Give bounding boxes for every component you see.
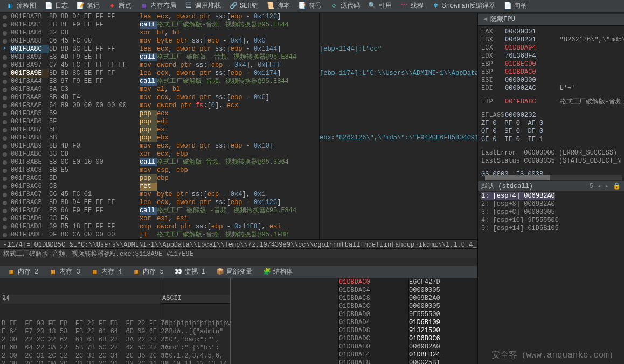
menu-src[interactable]: ◇源代码 [326,2,364,10]
stack-addr-column[interactable]: 01DBDAC001DBDAC401DBDAC801DBDACC01DBDAD0… [338,278,408,364]
gutter[interactable] [0,231,10,239]
menu-snow[interactable]: ❄Snowman反编译器 [428,2,500,10]
disasm-row[interactable]: 001F8A9E8D 8D 8C EE FF FFleaecx, dword p… [0,69,319,78]
reg-ecx[interactable]: ECX01DBDA94 [481,44,621,52]
disasm-row[interactable]: 001F8AC55Dpopebp [0,174,319,183]
gutter[interactable] [0,183,10,191]
menu-ref[interactable]: 🔍引用 [364,2,396,10]
reg-ebp[interactable]: EBP01DBECD0 [481,60,621,68]
gutter[interactable] [0,215,10,223]
stack-row[interactable]: 01DBDACC [339,303,408,311]
hex-row[interactable]: B 6D 64 22 3A 22 5B 7B 5C 22 62 5C 22 3A [2,344,161,352]
disasm-row[interactable]: 001F8AAB8B 4D F4movecx, dword ptr ss:[eb… [0,94,319,102]
stack-row[interactable]: 01DBDAD8 [339,327,408,335]
ascii-row[interactable]: ,8,10,11,12,13,14 [161,360,230,364]
stack-row-val[interactable]: 01D6B109 [409,319,477,327]
stack-row-val[interactable]: 00000005 [409,303,477,311]
gutter[interactable] [0,86,10,94]
disasm-row[interactable]: 001F8AD633 F6xoresi, esi [0,215,319,223]
gutter[interactable] [0,69,10,78]
stack-row[interactable]: 01DBDAC8 [339,295,408,303]
gutter[interactable] [0,118,10,126]
gutter[interactable] [0,53,10,61]
disasm-row[interactable]: ➤001F8A8C8D 8D BC EE FF FFleaecx, dword … [0,45,319,53]
disasm-row[interactable]: 001F8ABEE8 0C E0 10 00call格式工厂破解版-音频、视频转… [0,158,319,166]
gutter[interactable] [0,94,10,102]
disasm-row[interactable]: 001F8A88C6 45 FC 00movbyte ptr ss:[ebp -… [0,37,319,45]
call-arg[interactable]: 3: [esp+C] 00000005 [481,208,621,216]
stack-row[interactable]: 01DBDAD4 [339,319,408,327]
disasm-row[interactable]: 001F8A92E8 AD F9 EE FFcall格式工厂 破解版 -音频、视… [0,53,319,61]
stack-row-val[interactable]: 9F555500 [409,311,477,319]
tab-struct[interactable]: 🧩结构体 [258,268,298,276]
horizontal-scrollbar[interactable] [485,175,622,180]
disasm-row[interactable]: 001F8A7B8D 8D D4 EE FF FFleaecx, dword p… [0,13,319,21]
ascii-row[interactable]: \"0,1,2,3,4,5,6, [161,352,230,360]
call-arg[interactable]: 4: [esp+10] 9F555500 [481,216,621,225]
tab-m2[interactable]: ▦内存 3 [44,268,85,276]
hex-bytes-column[interactable]: 制 B EE FE 00 FE EB FE 22 FE EB FE 22 FE … [2,278,161,364]
menu-sym[interactable]: 📑符号 [294,2,326,10]
reg-edi[interactable]: EDI000002AC L'¬' [481,85,621,93]
stack-row[interactable]: 01DBDAD0 [339,311,408,319]
gutter[interactable] [0,150,10,158]
disasm-row[interactable]: 001F8AD1E8 6A F9 EE FFcall格式工厂 破解版 -音频、视… [0,207,319,215]
tab-m4[interactable]: ▦内存 5 [127,268,169,276]
disasm-row[interactable]: 001F8ACB8D 8D D4 EE FF FFleaecx, dword p… [0,199,319,207]
stack-row-val[interactable]: 000025B1 [409,359,477,364]
menu-thread[interactable]: 〰线程 [396,2,428,10]
disassembly-pane[interactable]: 001F8A7B8D 8D D4 EE FF FFleaecx, dword p… [0,13,320,239]
reg-edx[interactable]: EDX76E368F4 [481,52,621,60]
gutter[interactable] [0,134,10,142]
menu-hand[interactable]: 📄句柄 [500,2,531,10]
menu-mem[interactable]: ▦内存布局 [136,2,181,10]
ascii-row[interactable]: :"0","back":"", [161,336,230,344]
eflags[interactable]: EFLAGS00000202 [481,111,621,120]
menu-flow[interactable]: ◧流程图 [2,2,40,10]
gutter[interactable] [0,191,10,199]
gutter[interactable] [0,223,10,231]
disasm-row[interactable]: 001F8AC7C6 45 FC 01movbyte ptr ss:[ebp -… [0,191,319,199]
reg-esp[interactable]: ESP01DBDAC0 [481,68,621,76]
hex-row[interactable]: 2 30 22 2C 22 62 61 63 6B 22 3A 22 22 2C [2,336,161,344]
ascii-row[interactable]: þíþíþíþíþíþíþíþíþv [161,320,230,328]
hex-dump-area[interactable]: 制 B EE FE 00 FE EB FE 22 FE EB FE 22 FE … [0,278,477,364]
stack-row[interactable]: 01DBDADC [339,335,408,343]
hex-row[interactable]: 2 38 2C 31 30 2C 31 31 2C 31 32 2C 31 33 [2,360,161,364]
stack-row[interactable]: 01DBDAE4 [339,351,408,359]
disasm-row[interactable]: 001F8AA98A C3moval, bl [0,86,319,94]
call-arg[interactable]: 1: [esp+4] 0069B2A0 [481,192,621,200]
gutter[interactable] [0,37,10,45]
gutter[interactable] [0,78,10,86]
gutter[interactable] [0,126,10,134]
menu-note[interactable]: 📝笔记 [72,2,104,10]
stack-row-val[interactable]: E6CF427D [409,278,477,286]
menu-stack[interactable]: ☰调用堆栈 [181,2,225,10]
disasm-row[interactable]: 001F8AC6C3ret [0,183,319,191]
gutter[interactable]: ➤ [0,45,10,53]
disasm-row[interactable]: 001F8AC38B E5movesp, ebp [0,166,319,174]
reg-esi[interactable]: ESI00000000 [481,76,621,85]
disasm-row[interactable]: 001F8A97C7 45 FC FF FF FF FFmovdword ptr… [0,61,319,69]
disasm-row[interactable]: 001F8ADE0F 8C CA 00 00 00jl格式工厂破解版-音频、视频… [0,231,319,239]
fpu-toggle[interactable]: ◀隐藏FPU [478,14,624,26]
stack-row-val[interactable]: 01DBED24 [409,351,477,359]
stack-row[interactable]: 01DBDAC0 [339,278,408,286]
stack-row[interactable]: 01DBDAE0 [339,343,408,351]
tab-local[interactable]: 📦局部变量 [211,268,258,276]
menu-seh[interactable]: 🔗SEH链 [225,2,262,10]
stack-row-val[interactable]: 0069B2A0 [409,343,477,351]
reg-ebx[interactable]: EBX0069B201 "8262126\",\"md5\ [481,36,621,44]
gutter[interactable] [0,29,10,37]
call-arg[interactable]: 5: [esp+14] 01D6B109 [481,225,621,233]
gutter[interactable] [0,166,10,174]
gutter[interactable] [0,21,10,29]
gutter[interactable] [0,207,10,215]
disasm-row[interactable]: 001F8AA4E8 97 F9 EE FFcall格式工厂破解版-音频、视频转… [0,78,319,86]
gutter[interactable] [0,199,10,207]
disasm-row[interactable]: 001F8AD839 B5 18 EE FF FFcmpdword ptr ss… [0,223,319,231]
disasm-row[interactable]: 001F8AB65Fpopedi [0,118,319,126]
disasm-row[interactable]: 001F8ABC33 CDxorecx, ebp [0,150,319,158]
stack-row-val[interactable]: 00000005 [409,286,477,295]
stack-row[interactable]: 01DBDAE8 [339,359,408,364]
